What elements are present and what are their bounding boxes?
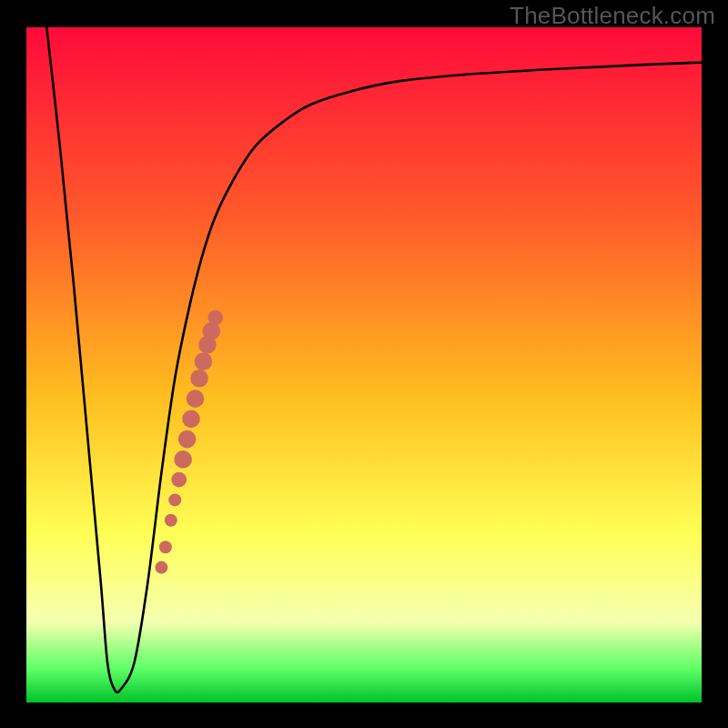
chart-frame: TheBottleneck.com — [0, 0, 728, 728]
marker-dot — [159, 541, 172, 553]
marker-dot — [171, 472, 187, 488]
marker-dot — [207, 310, 223, 326]
marker-dot — [174, 450, 192, 469]
marker-dot — [168, 493, 181, 506]
marker-dot — [195, 353, 213, 371]
marker-dot — [165, 514, 177, 527]
marker-dot — [187, 389, 205, 408]
marker-dot — [178, 430, 197, 449]
marker-dot — [190, 369, 208, 388]
marker-dot — [182, 410, 200, 429]
watermark-text: TheBottleneck.com — [510, 2, 715, 30]
marker-dot — [155, 561, 167, 574]
plot-background — [26, 27, 702, 703]
bottleneck-chart — [0, 0, 728, 728]
